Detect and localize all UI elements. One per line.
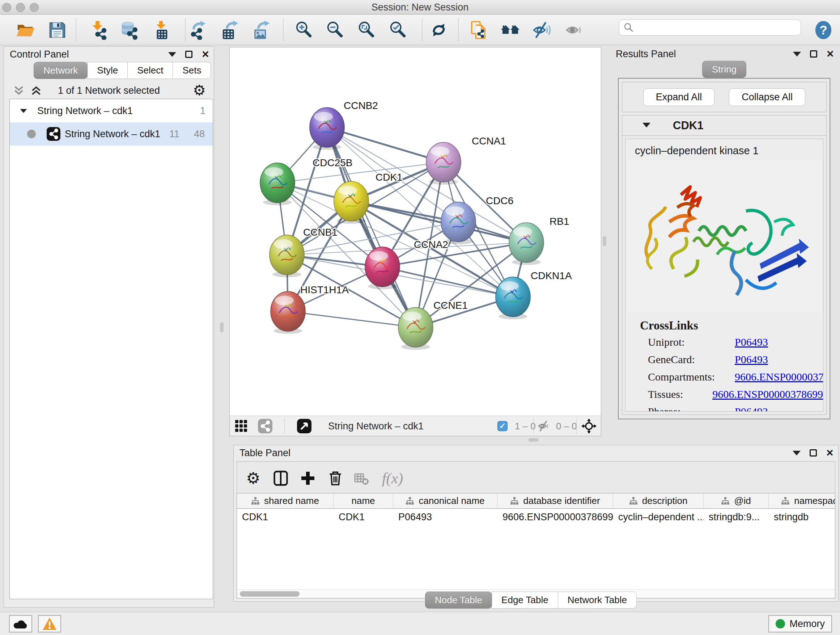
grid-view-icon[interactable] [235,419,248,433]
export-image-icon[interactable] [251,19,272,41]
node-result-header[interactable]: CDK1 [622,116,826,136]
refresh-view-icon[interactable] [428,19,449,41]
table-row[interactable]: CDK1CDK1P064939606.ENSP00000378699cyclin… [237,509,835,525]
warning-icon[interactable] [38,615,61,632]
panel-float-icon[interactable] [184,50,194,59]
tab-select[interactable]: Select [127,62,173,79]
delete-table-icon[interactable] [351,468,371,488]
clone-network-icon[interactable] [468,19,489,41]
left-splitter-handle[interactable] [220,322,224,333]
panel-menu-icon[interactable] [167,50,177,59]
panel-float-icon[interactable] [808,448,818,458]
network-node-RB1[interactable]: RB1 [509,216,569,265]
tab-style[interactable]: Style [87,62,128,79]
panel-close-icon[interactable]: ✕ [825,448,835,458]
network-node-CCNA1[interactable]: CCNA1 [426,135,506,185]
network-options-gear-icon[interactable]: ⚙ [193,81,206,99]
hierarchy-icon [721,497,729,505]
tab-sets[interactable]: Sets [172,62,211,79]
selected-checkbox-icon[interactable]: ✓ [497,419,508,433]
zoom-in-icon[interactable] [294,19,314,41]
table-panel-title: Table Panel [240,448,291,459]
search-input[interactable] [637,22,801,33]
tab-network[interactable]: Network [34,62,88,79]
houses-icon[interactable] [500,19,521,41]
table-cell[interactable]: CDK1 [237,509,333,525]
table-cell[interactable]: CDK1 [333,509,393,525]
search-icon [624,22,634,33]
delete-column-icon[interactable] [325,468,346,488]
collapse-entry-icon[interactable] [643,123,651,127]
panel-float-icon[interactable] [809,49,818,59]
export-network-icon[interactable] [188,19,209,41]
search-box[interactable] [619,19,801,35]
crosslink-link[interactable]: P06493 [735,405,768,412]
panel-close-icon[interactable]: ✕ [826,49,835,59]
string-view-icon[interactable] [258,419,272,433]
network-canvas[interactable]: CCNB2CCNA1CDC25BCDK1CDC6RB1CCNB1CCNA2CDK… [230,48,601,416]
import-table-file-icon[interactable] [151,19,172,41]
crosslink-link[interactable]: P06493 [735,353,768,365]
cloud-icon[interactable] [9,615,32,632]
column-header-shared-name[interactable]: shared name [237,494,333,508]
crosslink-label: GeneCard: [640,353,709,366]
tab-node-table[interactable]: Node Table [425,592,492,608]
network-node-CCNE1[interactable]: CCNE1 [398,300,468,350]
column-header-name[interactable]: name [333,494,393,508]
node-label-CDC6: CDC6 [486,195,513,206]
column-header-database-identifier[interactable]: database identifier [497,494,613,508]
network-node-CCNB1[interactable]: CCNB1 [270,226,338,277]
hide-eye-icon[interactable] [531,19,552,41]
network-node-HIST1H1A[interactable]: HIST1H1A [271,284,349,334]
panel-menu-icon[interactable] [792,448,801,458]
save-session-icon[interactable] [47,19,68,41]
tab-network-table[interactable]: Network Table [558,592,637,608]
help-icon[interactable]: ? [813,19,834,41]
hierarchy-icon [629,497,638,505]
table-settings-gear-icon[interactable]: ⚙ [243,468,264,488]
memory-button[interactable]: Memory [768,615,832,632]
column-header-namespace[interactable]: namespace [769,494,835,508]
function-builder-icon: f(x) [382,468,403,488]
show-columns-icon[interactable] [271,468,291,488]
panel-menu-icon[interactable] [792,49,802,59]
fit-content-icon[interactable] [356,19,377,41]
network-collection-row[interactable]: String Network – cdk1 1 [10,99,213,122]
hscrollbar-thumb[interactable] [240,591,300,597]
right-splitter-handle[interactable] [603,236,606,246]
network-row[interactable]: String Network – cdk1 11 48 [10,122,213,146]
hidden-eye-icon[interactable] [537,419,550,433]
add-column-icon[interactable] [298,468,318,488]
show-eye-icon[interactable] [563,19,584,41]
expand-all-button[interactable]: Expand All [643,88,715,106]
open-in-window-icon[interactable] [297,419,311,433]
open-session-icon[interactable] [15,19,36,41]
column-header-canonical-name[interactable]: canonical name [393,494,497,508]
crosslink-link[interactable]: P06493 [735,336,768,348]
zoom-selected-icon[interactable] [387,19,409,41]
export-table-icon[interactable] [220,19,241,41]
memory-status-dot [775,619,785,629]
crosslink-link[interactable]: 9606.ENSP00000378699 [712,388,823,400]
tree-expand-icon[interactable] [10,109,37,113]
tab-edge-table[interactable]: Edge Table [492,592,558,608]
memory-label: Memory [789,618,825,630]
table-cell[interactable]: stringdb [769,509,835,525]
panel-close-icon[interactable]: ✕ [201,50,210,59]
import-network-file-icon[interactable] [88,19,109,41]
import-network-database-icon[interactable] [118,19,139,41]
column-header-@id[interactable]: @id [704,494,769,508]
column-header-description[interactable]: description [613,494,704,508]
table-cell[interactable]: stringdb:9... [704,509,769,525]
table-cell[interactable]: cyclin–dependent ... [613,509,704,525]
collapse-all-button[interactable]: Collapse All [729,88,805,106]
bottom-splitter-handle[interactable] [529,438,538,442]
table-cell[interactable]: P06493 [393,509,497,525]
tab-string[interactable]: String [702,61,746,78]
zoom-out-icon[interactable] [325,19,346,41]
network-node-CCNA2[interactable]: CCNA2 [365,239,448,289]
crosslink-link[interactable]: 9606.ENSP00000378699 [735,371,823,383]
table-cell[interactable]: 9606.ENSP00000378699 [497,509,613,525]
network-node-CDKN1A[interactable]: CDKN1A [496,270,572,319]
birdseye-navigator-icon[interactable] [581,419,597,433]
